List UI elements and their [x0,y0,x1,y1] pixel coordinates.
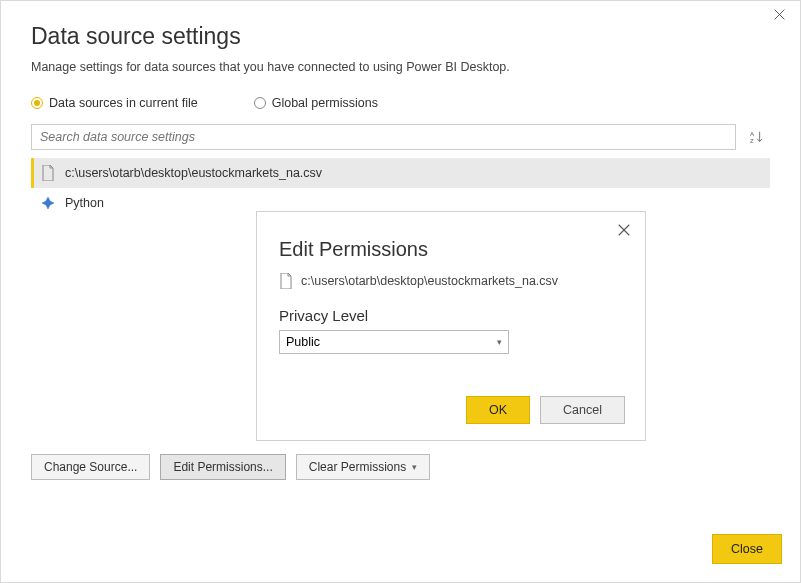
svg-text:A: A [750,130,755,137]
search-input[interactable] [31,124,736,150]
close-icon[interactable] [617,222,631,242]
dialog-title: Edit Permissions [279,238,623,261]
radio-dot-icon [254,97,266,109]
page-subtitle: Manage settings for data sources that yo… [31,60,770,74]
change-source-button[interactable]: Change Source... [31,454,150,480]
chevron-down-icon: ▾ [412,462,417,472]
sort-button[interactable]: A Z [744,124,770,150]
edit-permissions-dialog: Edit Permissions c:\users\otarb\desktop\… [256,211,646,441]
ok-button[interactable]: OK [466,396,530,424]
chevron-down-icon: ▾ [497,337,502,347]
dialog-file-path: c:\users\otarb\desktop\eustockmarkets_na… [301,274,558,288]
privacy-level-label: Privacy Level [279,307,623,324]
radio-current-file-label: Data sources in current file [49,96,198,110]
privacy-level-select[interactable]: Public ▾ [279,330,509,354]
close-icon[interactable] [770,7,788,25]
clear-permissions-button[interactable]: Clear Permissions ▾ [296,454,430,480]
edit-permissions-button[interactable]: Edit Permissions... [160,454,285,480]
radio-global-permissions-label: Global permissions [272,96,378,110]
cancel-button[interactable]: Cancel [540,396,625,424]
radio-current-file[interactable]: Data sources in current file [31,96,198,110]
python-icon [41,196,55,210]
svg-marker-5 [42,197,54,209]
datasource-label: Python [65,196,104,210]
sort-az-icon: A Z [750,129,764,145]
radio-global-permissions[interactable]: Global permissions [254,96,378,110]
close-button[interactable]: Close [712,534,782,564]
page-title: Data source settings [31,23,770,50]
file-icon [41,165,55,181]
svg-text:Z: Z [750,137,754,144]
datasource-item[interactable]: c:\users\otarb\desktop\eustockmarkets_na… [31,158,770,188]
file-icon [279,273,293,289]
clear-permissions-label: Clear Permissions [309,460,406,474]
privacy-level-value: Public [286,335,320,349]
datasource-label: c:\users\otarb\desktop\eustockmarkets_na… [65,166,322,180]
radio-dot-icon [31,97,43,109]
